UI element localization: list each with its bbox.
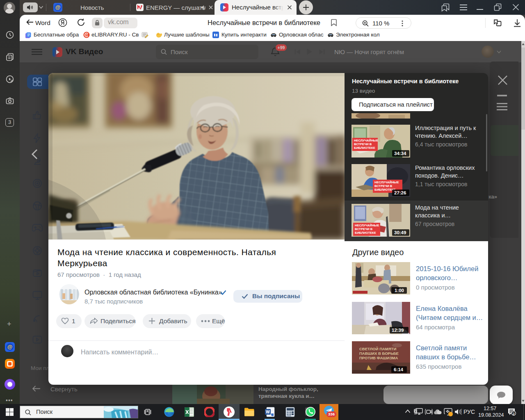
svg-text:ВСТРЕЧИ В: ВСТРЕЧИ В bbox=[374, 184, 393, 188]
svg-text:БИБЛИОТЕКЕ: БИБЛИОТЕКЕ bbox=[355, 231, 376, 235]
svg-text:ПРОТИВ ФАШИЗМА: ПРОТИВ ФАШИЗМА bbox=[359, 356, 398, 360]
svg-text:БИБЛИОТЕКЕ: БИБЛИОТЕКЕ bbox=[354, 146, 375, 150]
svg-text:6:14: 6:14 bbox=[394, 367, 404, 372]
svg-text:ВСТРЕЧИ В: ВСТРЕЧИ В bbox=[355, 227, 373, 231]
svg-text:СВЕТЛОЙ ПАМЯТИ: СВЕТЛОЙ ПАМЯТИ bbox=[359, 347, 396, 351]
svg-text:НЕСЛУЧАЙНЫЕ: НЕСЛУЧАЙНЫЕ bbox=[355, 224, 379, 227]
svg-text:1:00: 1:00 bbox=[395, 288, 404, 293]
svg-text:ПАВШИХ В БОРЬБЕ: ПАВШИХ В БОРЬБЕ bbox=[359, 351, 399, 356]
svg-text:12:39: 12:39 bbox=[392, 328, 404, 333]
svg-text:НЕСЛУЧАЙНЫЕ: НЕСЛУЧАЙНЫЕ bbox=[374, 180, 399, 184]
svg-text:2: 2 bbox=[513, 412, 515, 416]
svg-text:30:49: 30:49 bbox=[394, 230, 406, 235]
svg-text:НЕСЛУЧАЙНЫЕ: НЕСЛУЧАЙНЫЕ bbox=[354, 139, 378, 142]
svg-text:ВСТРЕЧИ В: ВСТРЕЧИ В bbox=[354, 142, 372, 146]
svg-text:34:34: 34:34 bbox=[394, 151, 406, 156]
svg-text:27:26: 27:26 bbox=[394, 190, 406, 195]
